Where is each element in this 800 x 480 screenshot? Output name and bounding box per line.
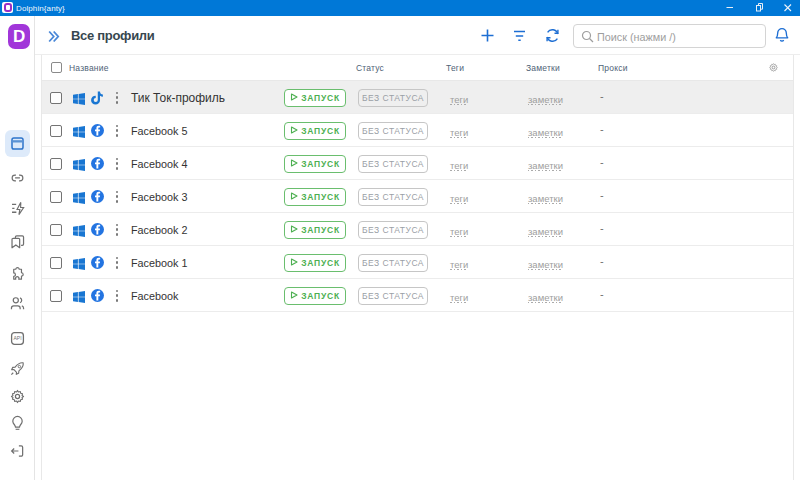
svg-text:API: API	[13, 336, 21, 342]
